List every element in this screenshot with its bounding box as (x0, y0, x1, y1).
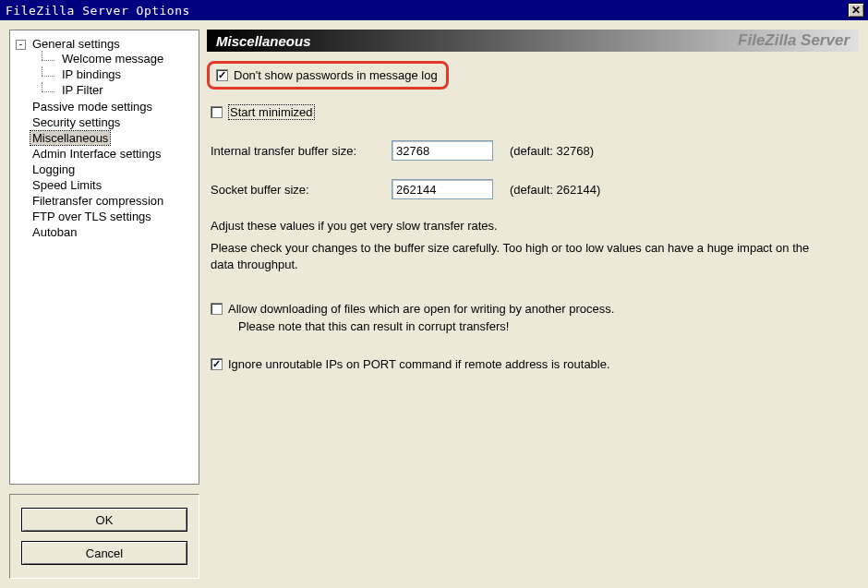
checkbox-ignore-unroutable[interactable] (211, 358, 223, 370)
window-title: FileZilla Server Options (6, 4, 190, 18)
note-buffer-warning: Please check your changes to the buffer … (211, 240, 820, 273)
label-socket-buffer: Socket buffer size: (211, 183, 392, 197)
label-allow-download-open: Allow downloading of files which are ope… (228, 302, 614, 316)
section-brand: FileZilla Server (738, 31, 850, 50)
input-internal-buffer[interactable] (392, 140, 493, 161)
tree-item-autoban[interactable]: Autoban (30, 225, 78, 239)
ok-button[interactable]: OK (21, 508, 187, 532)
label-start-minimized: Start minimized (228, 104, 315, 120)
dialog-buttons: OK Cancel (9, 494, 199, 579)
tree-item-logging[interactable]: Logging (30, 162, 77, 176)
tree-item-admin-interface[interactable]: Admin Interface settings (30, 147, 163, 161)
settings-tree: - General settings Welcome message IP bi… (9, 30, 199, 485)
input-socket-buffer[interactable] (392, 179, 493, 199)
tree-item-miscellaneous[interactable]: Miscellaneous (30, 131, 110, 145)
cancel-button[interactable]: Cancel (21, 541, 187, 565)
hint-internal-buffer: (default: 32768) (510, 144, 594, 158)
hint-socket-buffer: (default: 262144) (510, 183, 600, 197)
checkbox-allow-download-open[interactable] (211, 303, 223, 315)
note-corrupt-transfers: Please note that this can result in corr… (238, 319, 855, 333)
close-icon: ✕ (851, 4, 862, 17)
label-internal-buffer: Internal transfer buffer size: (211, 144, 392, 158)
label-dont-show-passwords: Don't show passwords in message log (234, 68, 438, 82)
note-adjust: Adjust these values if you get very slow… (211, 218, 820, 234)
label-ignore-unroutable: Ignore unroutable IPs on PORT command if… (228, 357, 610, 371)
tree-item-passive[interactable]: Passive mode settings (30, 100, 154, 114)
checkbox-start-minimized[interactable] (211, 106, 223, 118)
tree-item-ip-bindings[interactable]: IP bindings (60, 67, 123, 81)
section-title: Miscellaneous (216, 33, 311, 49)
checkbox-dont-show-passwords[interactable] (216, 69, 228, 81)
tree-item-ip-filter[interactable]: IP Filter (60, 83, 105, 97)
tree-item-speed-limits[interactable]: Speed Limits (30, 178, 103, 192)
tree-item-ftp-tls[interactable]: FTP over TLS settings (30, 210, 153, 223)
section-header: Miscellaneous FileZilla Server (207, 30, 859, 52)
tree-item-filetransfer-compression[interactable]: Filetransfer compression (30, 194, 165, 208)
title-bar: FileZilla Server Options ✕ (0, 0, 868, 20)
close-button[interactable]: ✕ (848, 3, 864, 18)
tree-expander[interactable]: - (16, 40, 26, 50)
tree-item-general[interactable]: General settings (30, 37, 122, 51)
tree-item-security[interactable]: Security settings (30, 115, 122, 129)
tree-item-welcome[interactable]: Welcome message (60, 52, 165, 66)
